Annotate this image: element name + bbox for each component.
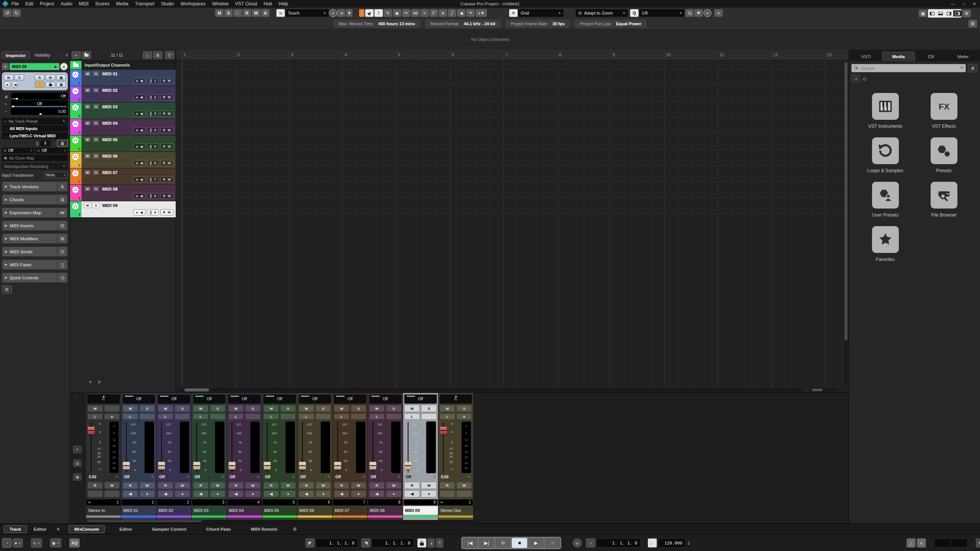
automation-pill[interactable]: RW: [160, 94, 173, 100]
write-automation-button[interactable]: W: [104, 482, 120, 489]
global-automation-l[interactable]: L: [234, 9, 242, 17]
mute-button[interactable]: M: [122, 405, 138, 412]
write-button[interactable]: W: [168, 210, 171, 214]
mute-button[interactable]: M: [84, 202, 91, 208]
punch-in-button[interactable]: ⇣: [428, 538, 435, 548]
channel-pill[interactable]: ⣿6: [147, 160, 159, 166]
redo-button[interactable]: ↻: [12, 9, 21, 17]
solo-button[interactable]: S: [210, 405, 225, 412]
edit-button[interactable]: [280, 413, 296, 420]
autoscroll-dropdown[interactable]: ▼: [346, 9, 353, 17]
punch-out-button[interactable]: ⇡: [436, 538, 443, 548]
record-icon[interactable]: ●: [136, 194, 138, 198]
right-zone-toggle[interactable]: [945, 10, 953, 16]
tempo-display[interactable]: 120.000: [658, 538, 686, 548]
read-button[interactable]: R: [163, 161, 165, 165]
line-tool[interactable]: ╱: [448, 9, 456, 17]
read-button[interactable]: R: [163, 95, 165, 99]
mute-button[interactable]: M: [84, 104, 91, 109]
monitor-button[interactable]: ◀: [404, 490, 420, 497]
monitor-button[interactable]: ◀: [263, 490, 279, 497]
output-routing-row[interactable]: → LynxTWO-C Virtual MIDI: [2, 132, 68, 139]
fader-handle[interactable]: [405, 462, 412, 469]
monitor-button[interactable]: ◀: [122, 490, 138, 497]
pan-control[interactable]: Off: [334, 395, 366, 404]
solo-button[interactable]: S: [315, 405, 331, 412]
level-value[interactable]: Off: [159, 475, 165, 479]
mute-button[interactable]: M: [84, 137, 91, 142]
solo-button[interactable]: S: [92, 186, 100, 192]
pan-control[interactable]: Off: [228, 395, 261, 404]
section-track-versions[interactable]: ▶Track Versions⋔: [2, 181, 68, 192]
read-button[interactable]: R: [163, 210, 165, 214]
metronome-setup-button[interactable]: e: [917, 538, 926, 548]
edit-channel-settings-button[interactable]: e: [60, 63, 68, 70]
cycle-button[interactable]: ↻: [495, 538, 511, 548]
solo-button[interactable]: S: [92, 202, 100, 208]
section-midi-fader[interactable]: ▶MIDI Fader▯: [2, 259, 68, 270]
listen-button[interactable]: L: [87, 413, 103, 420]
monitor-icon[interactable]: ◀: [140, 145, 143, 148]
edit-button[interactable]: [386, 413, 402, 420]
fader-handle[interactable]: [369, 462, 376, 469]
grid-type-dropdown[interactable]: ⊞Adapt to Zoom▼: [576, 9, 628, 17]
primary-time-display[interactable]: 1. 1. 1. 0: [596, 538, 641, 548]
record-monitor-pill[interactable]: ●◀: [133, 143, 145, 150]
comp-tool[interactable]: ∗: [439, 9, 447, 17]
lane-display-button[interactable]: ▥: [56, 82, 66, 88]
go-to-left-locator-button[interactable]: ◤: [305, 538, 315, 548]
write-button[interactable]: W: [168, 128, 171, 132]
track-list-gear[interactable]: ⚙: [98, 380, 101, 384]
level-value[interactable]: Off: [194, 475, 200, 479]
menu-workspaces[interactable]: Workspaces: [180, 1, 206, 7]
level-value[interactable]: Off: [406, 475, 411, 479]
input-transformer-dropdown[interactable]: None▼: [44, 172, 68, 178]
listen-button[interactable]: L: [228, 413, 244, 420]
monitor-icon[interactable]: ◀: [140, 128, 143, 132]
mixer-channel-midi-03[interactable]: OffMSL1271007550250Off0RW◀●3MIDI 03: [192, 393, 227, 522]
mute-tool[interactable]: ×: [420, 9, 429, 17]
track-row-midi-07[interactable]: 7MSMIDI 07●◀⣿7RW: [70, 168, 176, 185]
automation-pill[interactable]: RW: [160, 143, 173, 150]
snap-handle-icon[interactable]: ⁚: [359, 9, 364, 17]
write-automation-button[interactable]: W: [139, 482, 155, 489]
solo-button[interactable]: S: [92, 120, 100, 126]
level-value[interactable]: 0.00: [441, 475, 448, 479]
channel-name[interactable]: Stereo Out: [438, 506, 473, 515]
menu-transport[interactable]: Transport: [135, 1, 154, 7]
mixer-channel-stereo-in[interactable]: CMLe60510152030∞061218243040500.00-∞RW∞1…: [86, 393, 121, 522]
write-button[interactable]: W: [168, 178, 171, 181]
undo-button[interactable]: ↺: [3, 9, 11, 17]
channel-pill[interactable]: ⣿8: [147, 193, 159, 199]
read-button[interactable]: R: [163, 145, 165, 148]
add-track-button[interactable]: ＋: [72, 51, 81, 59]
zone-setup-button[interactable]: [953, 10, 962, 16]
tempo-track-button[interactable]: ♩: [648, 538, 657, 548]
glue-tool[interactable]: ⋈: [411, 9, 420, 17]
media-tile-user-presets[interactable]: User Presets: [859, 182, 912, 218]
channel-name[interactable]: MIDI 05: [262, 506, 297, 515]
global-automation-a[interactable]: A: [261, 9, 270, 17]
listen-button[interactable]: L: [439, 413, 455, 420]
go-to-next-marker-button[interactable]: ▶|: [479, 538, 494, 548]
record-enable-button[interactable]: ●: [351, 490, 366, 497]
channel-pill[interactable]: ⣿7: [147, 176, 159, 183]
lock-track-button[interactable]: [46, 82, 55, 88]
menu-file[interactable]: File: [11, 1, 19, 7]
solo-button[interactable]: S: [92, 104, 100, 109]
common-record-modes-button[interactable]: ◔: [2, 538, 11, 548]
infoline-setup-gear[interactable]: ⚙: [969, 20, 977, 28]
mute-button[interactable]: M: [84, 87, 91, 93]
zone-tab-editor[interactable]: Editor: [114, 526, 137, 533]
monitor-button[interactable]: ◀: [193, 490, 209, 497]
write-automation-button[interactable]: W: [421, 482, 437, 489]
level-value[interactable]: Off: [265, 475, 270, 479]
minimize-button[interactable]: —: [951, 2, 955, 6]
listen-button[interactable]: L: [404, 413, 420, 420]
right-tab-media[interactable]: Media: [882, 52, 915, 61]
onscreen-keyboard-button[interactable]: ▦: [919, 10, 927, 17]
level-value[interactable]: Off: [124, 475, 129, 479]
left-tab-track[interactable]: Track: [4, 525, 27, 533]
mixer-scroll-thumb[interactable]: [87, 520, 202, 522]
write-automation-button[interactable]: W: [456, 482, 472, 489]
